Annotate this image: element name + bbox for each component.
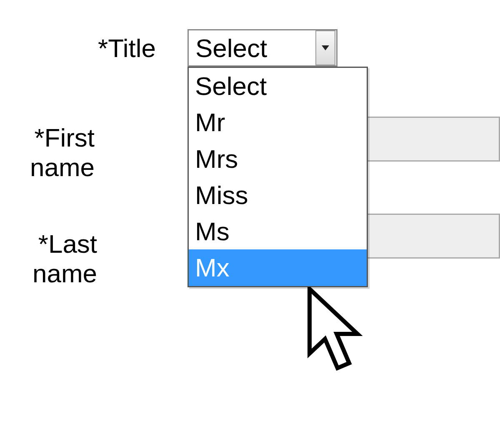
first-name-label: *First name [30,123,95,182]
last-name-label: *Last name [32,229,97,288]
title-select[interactable]: Select [188,29,338,67]
chevron-down-icon [322,45,329,50]
title-dropdown-list: Select Mr Mrs Miss Ms Mx [188,67,368,287]
last-name-input[interactable] [367,214,500,259]
first-name-input[interactable] [367,117,500,162]
title-option-select[interactable]: Select [189,68,367,104]
title-option-mrs[interactable]: Mrs [189,141,367,177]
cursor-icon [308,287,378,383]
title-label: *Title [98,33,156,63]
title-select-arrow-button[interactable] [315,30,335,65]
title-option-miss[interactable]: Miss [189,177,367,213]
title-option-ms[interactable]: Ms [189,213,367,249]
title-option-mr[interactable]: Mr [189,104,367,140]
title-option-mx[interactable]: Mx [189,249,367,286]
title-select-value: Select [189,33,315,63]
